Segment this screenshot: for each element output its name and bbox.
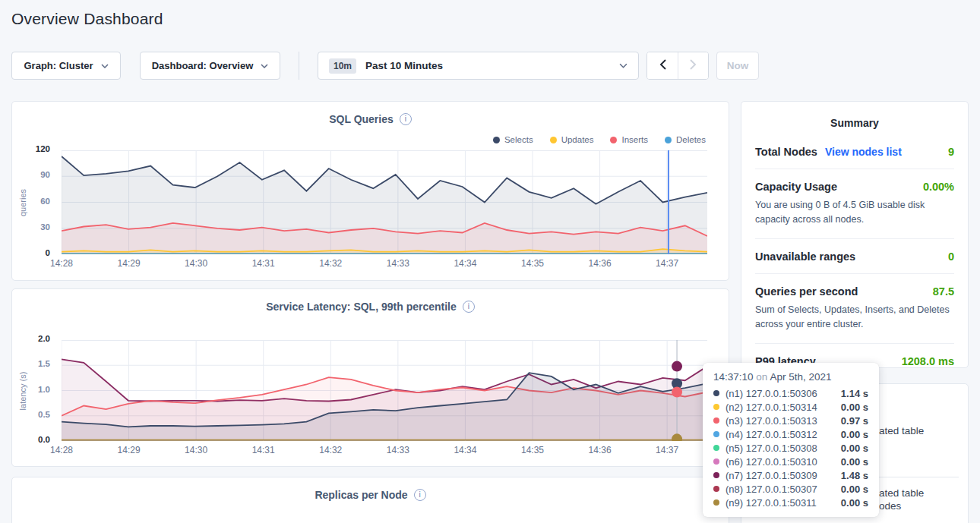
tooltip-row: (n1) 127.0.0.1:503061.14 s	[713, 386, 868, 400]
legend-item-inserts[interactable]: Inserts	[610, 135, 648, 144]
y-axis-ticks: 0.00.51.01.52.0	[12, 340, 56, 441]
service-latency-header: Service Latency: SQL, 99th percentile i	[12, 289, 729, 313]
summary-description: Sum of Selects, Updates, Inserts, and De…	[755, 303, 954, 332]
chart-title: SQL Queries	[329, 113, 394, 125]
tooltip-node-dot	[713, 472, 719, 478]
info-icon[interactable]: i	[463, 301, 475, 313]
summary-description: You are using 0 B of 4.5 GiB usable disk…	[755, 198, 954, 228]
event-item-fragment: odes	[879, 500, 901, 512]
page-title: Overview Dashboard	[11, 10, 163, 28]
summary-row-head: Unavailable ranges0	[755, 250, 954, 263]
legend-item-deletes[interactable]: Deletes	[665, 135, 706, 144]
y-tick-label: 0	[46, 248, 50, 257]
summary-panel: Summary Total NodesView nodes list9Capac…	[741, 101, 969, 368]
tooltip-node-value: 0.00 s	[841, 429, 868, 440]
x-tick-label: 14:37	[652, 445, 682, 455]
info-icon[interactable]: i	[414, 489, 426, 501]
service-latency-plot[interactable]	[62, 340, 707, 441]
tooltip-rows: (n1) 127.0.0.1:503061.14 s(n2) 127.0.0.1…	[713, 386, 868, 509]
service-latency-card: Service Latency: SQL, 99th percentile i …	[11, 288, 729, 467]
dashboard-dropdown[interactable]: Dashboard: Overview	[140, 52, 280, 80]
info-icon[interactable]: i	[400, 113, 412, 125]
x-tick-label: 14:33	[383, 445, 413, 455]
summary-label: Queries per second	[755, 285, 858, 298]
tooltip-row: (n6) 127.0.0.1:503100.00 s	[713, 455, 868, 468]
x-tick-label: 14:30	[181, 445, 211, 455]
graph-dropdown[interactable]: Graph: Cluster	[11, 52, 121, 80]
x-axis-ticks: 14:2814:2914:3014:3114:3214:3314:3414:35…	[62, 445, 707, 457]
tooltip-node-dot	[713, 499, 719, 506]
time-prev-button[interactable]	[647, 52, 678, 79]
chart-hover-tooltip: 14:37:10 on Apr 5th, 2021 (n1) 127.0.0.1…	[703, 363, 879, 517]
tooltip-node-dot	[713, 390, 719, 396]
tooltip-node-label: (n4) 127.0.0.1:50312	[726, 429, 817, 440]
legend-dot	[610, 137, 617, 143]
summary-row: Capacity Usage0.00%You are using 0 B of …	[755, 169, 954, 239]
legend-label: Updates	[561, 135, 594, 144]
summary-row: Queries per second87.5Sum of Selects, Up…	[755, 274, 954, 344]
y-tick-label: 120	[36, 144, 50, 153]
y-tick-label: 60	[40, 197, 50, 206]
sql-queries-legend: SelectsUpdatesInsertsDeletes	[493, 135, 706, 144]
dashboard-dropdown-label: Dashboard: Overview	[152, 60, 254, 71]
summary-value: 1208.0 ms	[902, 355, 954, 367]
summary-rows: Total NodesView nodes list9Capacity Usag…	[755, 134, 954, 378]
tooltip-row: (n2) 127.0.0.1:503140.00 s	[713, 400, 868, 414]
summary-row-head: Capacity Usage0.00%	[755, 181, 954, 193]
legend-item-updates[interactable]: Updates	[550, 135, 594, 144]
tooltip-node-dot	[713, 458, 719, 465]
x-tick-label: 14:34	[450, 445, 480, 455]
legend-dot	[493, 137, 500, 143]
dashboard-toolbar: Graph: Cluster Dashboard: Overview 10m P…	[11, 52, 759, 80]
y-tick-label: 0.0	[38, 435, 50, 444]
summary-title: Summary	[755, 102, 954, 134]
y-tick-label: 0.5	[38, 410, 50, 419]
sql-queries-header: SQL Queries i	[12, 102, 729, 125]
x-tick-label: 14:29	[114, 445, 144, 455]
tooltip-row: (n8) 127.0.0.1:503070.00 s	[713, 482, 868, 496]
time-step-buttons	[646, 52, 709, 80]
y-axis-ticks: 0306090120	[12, 150, 56, 254]
tooltip-row: (n4) 127.0.0.1:503120.00 s	[713, 427, 868, 441]
event-item-fragment: ated table	[879, 425, 924, 436]
sql-queries-plot[interactable]	[62, 150, 707, 254]
tooltip-node-value: 0.97 s	[841, 415, 868, 427]
tooltip-node-dot	[713, 486, 719, 492]
tooltip-row: (n5) 127.0.0.1:503080.00 s	[713, 441, 868, 455]
time-range-selector[interactable]: 10m Past 10 Minutes	[318, 52, 639, 80]
view-nodes-link[interactable]: View nodes list	[825, 146, 902, 158]
tooltip-node-dot	[713, 417, 719, 424]
legend-label: Inserts	[621, 135, 648, 144]
x-tick-label: 14:28	[46, 258, 77, 269]
tooltip-row: (n7) 127.0.0.1:503091.48 s	[713, 468, 868, 482]
x-tick-label: 14:34	[450, 258, 480, 269]
now-button[interactable]: Now	[716, 52, 759, 80]
chevron-down-icon	[101, 64, 109, 68]
tooltip-row: (n3) 127.0.0.1:503130.97 s	[713, 414, 868, 427]
y-tick-label: 1.0	[38, 385, 50, 394]
summary-label: Capacity Usage	[755, 181, 837, 193]
legend-label: Selects	[504, 135, 533, 144]
x-tick-label: 14:31	[248, 258, 279, 269]
graph-dropdown-label: Graph: Cluster	[24, 60, 93, 71]
legend-item-selects[interactable]: Selects	[493, 135, 533, 144]
x-tick-label: 14:30	[181, 258, 211, 269]
x-tick-label: 14:29	[114, 258, 144, 269]
x-axis-ticks: 14:2814:2914:3014:3114:3214:3314:3414:35…	[62, 258, 707, 270]
x-tick-label: 14:37	[652, 258, 682, 269]
legend-dot	[550, 137, 557, 143]
chart-title: Replicas per Node	[315, 489, 407, 501]
time-next-button[interactable]	[678, 52, 708, 79]
tooltip-timestamp: 14:37:10 on Apr 5th, 2021	[713, 371, 868, 383]
y-tick-label: 30	[40, 222, 50, 232]
x-tick-label: 14:33	[383, 258, 413, 269]
chevron-left-icon	[659, 59, 666, 72]
tooltip-node-label: (n2) 127.0.0.1:50314	[726, 402, 817, 413]
tooltip-node-label: (n6) 127.0.0.1:50310	[726, 456, 817, 468]
time-range-badge: 10m	[329, 58, 356, 74]
summary-value: 9	[948, 146, 954, 158]
toolbar-divider	[299, 52, 299, 80]
replicas-header: Replicas per Node i	[12, 477, 729, 501]
tooltip-node-dot	[713, 431, 719, 437]
x-tick-label: 14:36	[585, 258, 615, 269]
